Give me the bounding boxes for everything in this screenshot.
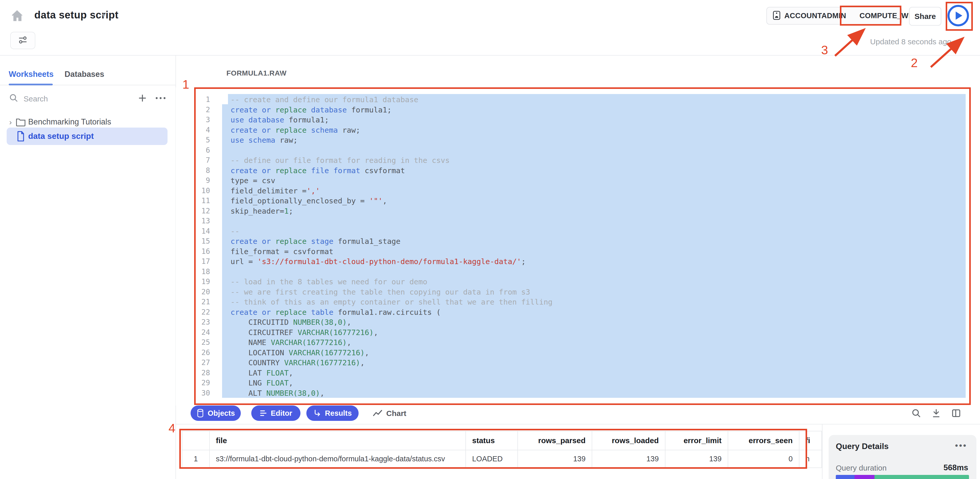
sql-editor[interactable]: 1-- create and define our formula1 datab… (176, 88, 980, 406)
tab-editor-button[interactable]: Editor (251, 406, 301, 421)
line-number: 8 (192, 166, 210, 175)
code-token: NUMBER(38,0) (293, 318, 347, 326)
code-line[interactable]: field_optionally_enclosed_by = '"', (231, 196, 387, 205)
query-duration-value: 568ms (943, 463, 968, 472)
code-token: -- create and define our formula1 databa… (231, 95, 418, 104)
cell-fi: n (799, 450, 822, 468)
code-token: raw; (275, 136, 298, 145)
button-label: Objects (208, 409, 235, 417)
context-caret-icon[interactable]: ▾ (280, 71, 283, 78)
code-line[interactable]: create or replace schema raw; (231, 126, 360, 134)
code-line[interactable]: url = 's3://formula1-dbt-cloud-python-de… (231, 257, 526, 266)
updated-caret-icon[interactable]: ▾ (955, 38, 958, 46)
search-results-icon[interactable] (911, 408, 921, 420)
more-options-icon[interactable] (155, 95, 167, 102)
code-line[interactable]: -- create and define our formula1 databa… (231, 95, 418, 104)
role-badge-icon (773, 11, 781, 21)
code-token: replace (275, 166, 307, 175)
folder-icon (15, 117, 26, 128)
code-token (271, 105, 275, 114)
line-number: 20 (192, 288, 210, 296)
results-table: filestatusrows_parsedrows_loadederror_li… (182, 431, 822, 468)
code-token: table (311, 308, 333, 317)
code-token: or (262, 105, 271, 114)
column-header-file[interactable]: file (210, 431, 466, 450)
selection-highlight (222, 377, 966, 388)
code-token: or (262, 166, 271, 175)
code-line[interactable]: LOCATION VARCHAR(16777216), (231, 349, 369, 357)
split-columns-icon[interactable] (951, 408, 962, 420)
code-line[interactable]: use schema raw; (231, 136, 298, 145)
search-input[interactable]: Search (24, 94, 48, 103)
column-header-rows_loaded[interactable]: rows_loaded (592, 431, 665, 450)
line-number: 21 (192, 298, 210, 306)
title-dropdown-caret-icon[interactable]: ▾ (102, 11, 105, 19)
line-number: 19 (192, 277, 210, 286)
download-icon[interactable] (931, 408, 942, 420)
code-line[interactable]: create or replace stage formula1_stage (231, 237, 401, 246)
code-line[interactable]: field_delimiter =',' (231, 186, 320, 195)
cell-rownum: 1 (182, 450, 210, 468)
code-line[interactable]: create or replace table formula1.raw.cir… (231, 308, 441, 317)
column-header-rownum[interactable] (182, 431, 210, 450)
code-line[interactable]: -- we are first creating the table then … (231, 288, 530, 296)
editor-context-breadcrumb[interactable]: FORMULA1.RAW (226, 69, 286, 77)
code-line[interactable]: CIRCUITID NUMBER(38,0), (231, 318, 351, 326)
ellipsis-icon[interactable]: ••• (955, 441, 967, 450)
code-line[interactable]: create or replace file format csvformat (231, 166, 405, 175)
home-icon[interactable] (10, 9, 25, 25)
code-token: create (231, 237, 258, 246)
code-token (307, 237, 311, 246)
tab-objects-button[interactable]: Objects (191, 406, 241, 421)
code-line[interactable]: -- load in the 8 tables we need for our … (231, 277, 427, 286)
tab-databases[interactable]: Databases (65, 70, 104, 79)
code-token: ; (521, 257, 526, 266)
code-token (307, 126, 311, 134)
code-line[interactable]: skip_header=1; (231, 207, 293, 215)
tab-worksheets[interactable]: Worksheets (9, 70, 54, 79)
code-token: field_delimiter = (231, 186, 307, 195)
code-line[interactable]: create or replace database formula1; (231, 105, 391, 114)
code-token: or (262, 126, 271, 134)
line-number: 3 (192, 116, 210, 124)
share-button[interactable]: Share (909, 7, 941, 25)
code-line[interactable]: use database formula1; (231, 116, 329, 124)
code-line[interactable]: NAME VARCHAR(16777216), (231, 338, 351, 347)
code-line[interactable]: -- define our file format for reading in… (231, 156, 450, 165)
code-line[interactable]: file_format = csvformat (231, 247, 334, 256)
worksheet-filter-button[interactable] (10, 32, 35, 49)
selection-highlight (222, 145, 966, 155)
tab-chart[interactable]: Chart (386, 409, 406, 418)
code-token (258, 126, 262, 134)
code-token: 's3://formula1-dbt-cloud-python-demo/for… (258, 257, 521, 266)
new-worksheet-button[interactable] (137, 93, 148, 104)
code-line[interactable]: CIRCUITREF VARCHAR(16777216), (231, 328, 378, 337)
column-header-rows_parsed[interactable]: rows_parsed (518, 431, 592, 450)
line-number: 15 (192, 237, 210, 245)
column-header-status[interactable]: status (466, 431, 517, 450)
chevron-right-icon[interactable]: › (9, 118, 12, 127)
code-line[interactable]: -- (231, 227, 240, 236)
column-header-errors_seen[interactable]: errors_seen (728, 431, 799, 450)
code-token: ; (289, 207, 293, 215)
line-number: 29 (192, 379, 210, 387)
share-button-label: Share (915, 12, 936, 21)
code-line[interactable]: LAT FLOAT, (231, 369, 293, 377)
code-token: format (334, 166, 360, 175)
code-token: field_optionally_enclosed_by = (231, 196, 369, 205)
context-selector[interactable]: ACCOUNTADMIN COMPUTE_WH (766, 7, 902, 25)
run-button[interactable] (947, 5, 969, 26)
line-number: 28 (192, 369, 210, 377)
table-row[interactable]: 1s3://formula1-dbt-cloud-python-demo/for… (182, 450, 822, 468)
code-line[interactable]: ALT NUMBER(38,0), (231, 389, 325, 398)
code-token: or (262, 308, 271, 317)
column-header-error_limit[interactable]: error_limit (665, 431, 728, 450)
tab-results-button[interactable]: Results (306, 406, 359, 421)
code-line[interactable]: LNG FLOAT, (231, 379, 293, 387)
code-line[interactable]: type = csv (231, 176, 275, 185)
code-token: raw; (338, 126, 360, 134)
column-header-fi[interactable]: fi (799, 431, 822, 450)
code-line[interactable]: COUNTRY VARCHAR(16777216), (231, 358, 365, 367)
code-line[interactable]: -- think of this as an empty container o… (231, 298, 552, 306)
chart-icon[interactable] (373, 409, 383, 419)
